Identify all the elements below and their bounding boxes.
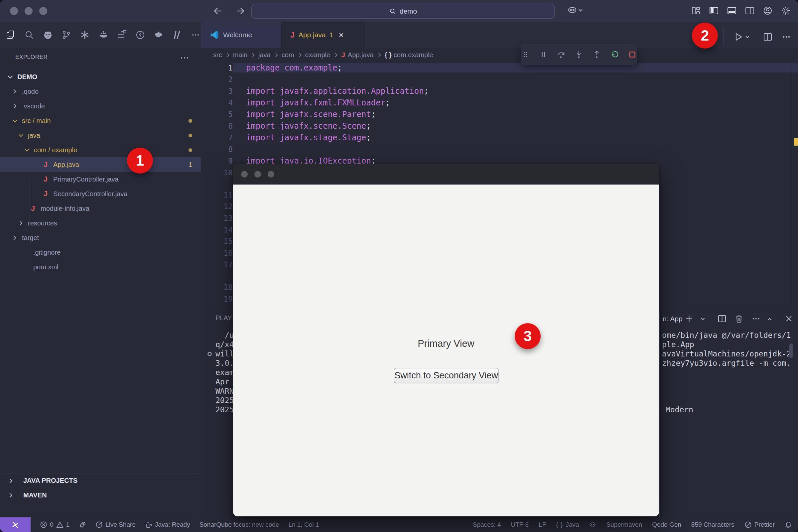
eol-indicator[interactable]: LF [539, 521, 546, 528]
tree-row[interactable]: .vscode [0, 99, 201, 113]
tree-row[interactable]: J module-info.java [0, 201, 201, 216]
tree-row[interactable]: .gitignore [0, 245, 201, 260]
tree-row[interactable]: J PrimaryController.java [0, 172, 201, 187]
panel-left-title[interactable]: PLAY [215, 314, 232, 322]
code-line[interactable]: 5 import javafx.scene.Parent; [201, 108, 798, 120]
split-editor-icon[interactable] [763, 32, 773, 42]
close-tab-icon[interactable]: × [339, 30, 344, 40]
copilot-status[interactable] [589, 521, 596, 528]
java-status[interactable]: Java: Ready [145, 521, 190, 528]
roo-code-icon[interactable] [153, 29, 164, 41]
back-button[interactable] [211, 4, 225, 18]
more-views-icon[interactable] [190, 29, 201, 41]
tree-row[interactable]: resources [0, 216, 201, 230]
tab-welcome[interactable]: Welcome [201, 22, 282, 48]
breadcrumb-item[interactable]: example [305, 51, 341, 59]
panel-split-divider[interactable] [659, 312, 660, 517]
tree-row[interactable]: J App.java 1 [0, 157, 201, 172]
close-panel-icon[interactable] [784, 314, 793, 323]
minimize-window-icon[interactable] [254, 171, 261, 177]
qodo-gen-status[interactable]: Qodo Gen [652, 521, 681, 528]
toggle-primary-sidebar-icon[interactable] [709, 6, 719, 16]
terminal-dropdown-icon[interactable] [701, 316, 705, 320]
breadcrumb-symbol[interactable]: com.example [394, 51, 433, 59]
breadcrumb-item[interactable]: src [213, 51, 233, 59]
kill-terminal-icon[interactable] [735, 314, 743, 323]
command-decoration-icon[interactable] [208, 352, 212, 356]
close-window-icon[interactable] [241, 171, 248, 177]
problems-indicator[interactable]: 0 1 [40, 521, 70, 528]
pause-icon[interactable] [539, 50, 548, 59]
tree-row[interactable]: target [0, 230, 201, 245]
supermaven-view-icon[interactable] [172, 29, 183, 41]
code-line[interactable]: 8 [201, 143, 798, 155]
restart-icon[interactable] [610, 50, 619, 59]
stop-icon[interactable] [628, 50, 637, 59]
sidebar-section-header[interactable]: JAVA PROJECTS [0, 473, 201, 488]
breadcrumb-item[interactable]: main [233, 51, 258, 59]
tree-row[interactable]: java [0, 128, 201, 142]
customize-layout-icon[interactable] [691, 6, 701, 16]
run-java-button[interactable] [734, 32, 754, 42]
maximize-window-icon[interactable] [39, 7, 47, 15]
remote-indicator[interactable] [0, 517, 31, 532]
toggle-panel-icon[interactable] [727, 6, 737, 16]
app-window-titlebar[interactable] [233, 164, 659, 185]
step-out-icon[interactable] [592, 50, 601, 59]
docker-icon[interactable] [98, 29, 109, 41]
code-line[interactable]: 2 [201, 74, 798, 85]
copilot-menu[interactable] [567, 5, 587, 15]
new-terminal-icon[interactable] [685, 314, 694, 323]
sonarqube-status[interactable]: SonarQube focus: new code [200, 521, 279, 528]
launch-indicator[interactable] [79, 521, 86, 528]
terminal-more-icon[interactable] [752, 314, 760, 323]
language-mode[interactable]: { }Java [556, 521, 579, 528]
maximize-panel-icon[interactable] [768, 318, 772, 322]
close-window-icon[interactable] [10, 7, 18, 15]
notifications-bell[interactable] [785, 521, 792, 528]
code-line[interactable]: 6 import javafx.scene.Scene; [201, 120, 798, 132]
tree-row[interactable]: J SecondaryController.java [0, 187, 201, 201]
code-line[interactable]: 3 import javafx.application.Application; [201, 85, 798, 97]
scrollbar-thumb[interactable] [790, 343, 793, 358]
tree-row[interactable]: DEMO [0, 70, 201, 84]
settings-gear-icon[interactable] [781, 6, 791, 16]
window-controls[interactable] [10, 7, 47, 15]
step-over-icon[interactable] [557, 50, 565, 59]
breadcrumb[interactable]: srcmainjavacomexample J App.java { } com… [201, 48, 798, 62]
character-count[interactable]: 859 Characters [691, 521, 735, 528]
qodo-icon[interactable] [79, 29, 91, 41]
sidebar-section-header[interactable]: MAVEN [0, 488, 201, 502]
tab-app-java[interactable]: J App.java 1 × [282, 22, 365, 48]
breadcrumb-item[interactable]: com [282, 51, 305, 59]
live-server-icon[interactable] [135, 29, 146, 41]
breadcrumb-file[interactable]: J App.java [341, 51, 374, 59]
code-line[interactable]: 7 import javafx.stage.Stage; [201, 132, 798, 143]
tree-row[interactable]: .qodo [0, 84, 201, 99]
terminal-tab-title[interactable]: n: App [663, 315, 683, 323]
account-icon[interactable] [763, 6, 773, 16]
terminal-output-right[interactable]: ome/bin/java @/var/folders/1ple.AppavaVi… [662, 331, 791, 368]
tree-row[interactable]: src / main [0, 113, 201, 128]
maximize-window-icon[interactable] [268, 171, 274, 177]
breadcrumb-item[interactable]: java [258, 51, 282, 59]
github-icon[interactable] [42, 29, 54, 41]
forward-button[interactable] [233, 4, 247, 18]
step-into-icon[interactable] [574, 50, 583, 59]
command-center-search[interactable]: demo [251, 4, 555, 19]
explorer-more-actions-icon[interactable] [180, 55, 189, 60]
minimize-window-icon[interactable] [25, 7, 33, 15]
tree-row[interactable]: pom.xml [0, 260, 201, 274]
prettier-status[interactable]: Prettier [744, 521, 775, 528]
encoding-indicator[interactable]: UTF-8 [511, 521, 529, 528]
code-line[interactable]: 4 import javafx.fxml.FXMLLoader; [201, 97, 798, 108]
source-control-icon[interactable] [61, 29, 72, 41]
tree-row[interactable]: com / example [0, 142, 201, 157]
extensions-icon[interactable] [116, 29, 127, 41]
switch-to-secondary-view-button[interactable]: Switch to Secondary View [394, 368, 499, 383]
more-actions-icon[interactable] [781, 32, 791, 42]
split-terminal-icon[interactable] [718, 314, 726, 323]
cursor-position[interactable]: Ln 1, Col 1 [288, 521, 319, 528]
explorer-icon[interactable] [5, 29, 17, 41]
drag-grip-icon[interactable] [521, 50, 530, 59]
